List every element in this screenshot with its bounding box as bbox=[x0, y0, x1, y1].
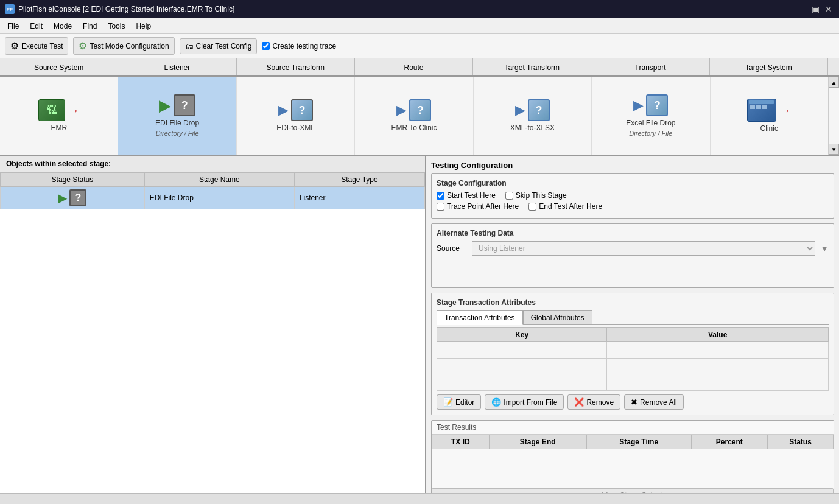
stage-listener[interactable]: ▶ ? EDI File Drop Directory / File bbox=[118, 77, 236, 155]
clear-test-config-button[interactable]: 🗂 Clear Test Config bbox=[180, 38, 258, 54]
tab-bar: Transaction Attributes Global Attributes bbox=[437, 310, 829, 325]
stage-emr-label: EMR bbox=[51, 124, 67, 132]
pipeline-col-target-transform: Target Transform bbox=[473, 58, 591, 75]
right-panel: Testing Configuration Stage Configuratio… bbox=[426, 156, 839, 493]
pipeline-col-route: Route bbox=[355, 58, 473, 75]
create-testing-trace-checkbox[interactable] bbox=[262, 42, 270, 50]
stage-source-transform-label: EDI-to-XML bbox=[276, 124, 315, 132]
menu-mode[interactable]: Mode bbox=[49, 20, 77, 32]
close-button[interactable]: ✕ bbox=[823, 4, 834, 15]
end-test-item: End Test After Here bbox=[528, 202, 602, 211]
col-stage-name: Stage Name bbox=[144, 173, 294, 187]
stage-transaction-attributes-section: Stage Transaction Attributes Transaction… bbox=[431, 293, 834, 415]
attr-col-key: Key bbox=[437, 328, 607, 342]
maximize-button[interactable]: ▣ bbox=[810, 4, 821, 15]
alternate-testing-data-title: Alternate Testing Data bbox=[437, 229, 829, 237]
test-results-table: TX ID Stage End Stage Time Percent Statu… bbox=[432, 435, 834, 486]
stage-route-label: EMR To Clinic bbox=[391, 124, 437, 132]
remove-icon: ❌ bbox=[574, 397, 584, 407]
menu-help[interactable]: Help bbox=[131, 20, 156, 32]
stage-source-transform[interactable]: ▶ ? EDI-to-XML bbox=[237, 77, 355, 155]
listener-question-box: ? bbox=[174, 94, 195, 116]
create-testing-trace-label[interactable]: Create testing trace bbox=[262, 42, 336, 51]
result-col-percent: Percent bbox=[691, 435, 767, 449]
pipeline-col-source-system: Source System bbox=[0, 58, 118, 75]
stage-transport-subtitle: Directory / File bbox=[629, 130, 672, 137]
window-controls: – ▣ ✕ bbox=[796, 4, 834, 15]
stage-transport-label: Excel File Drop bbox=[626, 119, 675, 127]
editor-icon: 📝 bbox=[443, 397, 453, 407]
pipeline-col-target-system: Target System bbox=[710, 58, 828, 75]
alternate-testing-data-section: Alternate Testing Data Source Using List… bbox=[431, 223, 834, 288]
stage-listener-subtitle: Directory / File bbox=[156, 130, 199, 137]
tab-global-attributes[interactable]: Global Attributes bbox=[523, 310, 592, 324]
result-col-stage-time: Stage Time bbox=[586, 435, 691, 449]
stage-clinic-label: Clinic bbox=[760, 124, 778, 133]
stage-transport[interactable]: ▶ ? Excel File Drop Directory / File bbox=[592, 77, 710, 155]
execute-test-label: Execute Test bbox=[21, 42, 63, 51]
attr-col-value: Value bbox=[607, 328, 829, 342]
pipeline-header: Source System Listener Source Transform … bbox=[0, 58, 839, 77]
menu-find[interactable]: Find bbox=[78, 20, 102, 32]
editor-label: Editor bbox=[455, 398, 474, 407]
stage-clinic[interactable]: → Clinic bbox=[711, 77, 828, 155]
remove-button[interactable]: ❌ Remove bbox=[567, 394, 620, 410]
row-stage-name: EDI File Drop bbox=[144, 187, 294, 209]
menu-tools[interactable]: Tools bbox=[103, 20, 130, 32]
result-col-stage-end: Stage End bbox=[489, 435, 586, 449]
stage-route[interactable]: ▶ ? EMR To Clinic bbox=[355, 77, 473, 155]
execute-test-button[interactable]: ⚙ Execute Test bbox=[5, 37, 68, 55]
menu-edit[interactable]: Edit bbox=[25, 20, 47, 32]
stage-emr[interactable]: 🏗 → EMR bbox=[0, 77, 118, 155]
action-buttons: 📝 Editor 🌐 Import From File ❌ Remove ✖ R… bbox=[437, 394, 829, 410]
skip-this-stage-label: Skip This Stage bbox=[516, 191, 567, 200]
clear-test-config-label: Clear Test Config bbox=[196, 42, 252, 51]
test-mode-config-label: Test Mode Configuration bbox=[90, 42, 169, 51]
stage-target-transform-label: XML-to-XLSX bbox=[510, 124, 555, 132]
import-from-file-button[interactable]: 🌐 Import From File bbox=[485, 394, 564, 410]
editor-button[interactable]: 📝 Editor bbox=[437, 394, 481, 410]
tab-transaction-attributes[interactable]: Transaction Attributes bbox=[437, 310, 523, 325]
end-test-checkbox[interactable] bbox=[528, 203, 536, 211]
attr-row-empty bbox=[437, 342, 829, 359]
scroll-down-button[interactable]: ▼ bbox=[829, 144, 839, 155]
minimize-button[interactable]: – bbox=[796, 4, 807, 15]
result-col-txid: TX ID bbox=[432, 435, 490, 449]
remove-all-icon: ✖ bbox=[631, 397, 637, 407]
end-test-label: End Test After Here bbox=[539, 202, 602, 211]
left-panel: Objects within selected stage: Stage Sta… bbox=[0, 156, 426, 493]
start-test-here-label: Start Test Here bbox=[447, 191, 496, 200]
stage-listener-label: EDI File Drop bbox=[155, 119, 199, 127]
menu-file[interactable]: File bbox=[2, 20, 24, 32]
trace-point-label: Trace Point After Here bbox=[447, 202, 519, 211]
trace-point-item: Trace Point After Here bbox=[437, 202, 519, 211]
col-stage-type: Stage Type bbox=[294, 173, 424, 187]
pipeline-scrollbar[interactable]: ▲ ▼ bbox=[828, 77, 839, 155]
source-label: Source bbox=[437, 244, 467, 253]
pipeline-col-source-transform: Source Transform bbox=[237, 58, 355, 75]
scroll-up-button[interactable]: ▲ bbox=[829, 77, 839, 88]
title-bar-text: PilotFish eiConsole [2 EDI Getting Start… bbox=[18, 5, 234, 13]
pipeline-col-transport: Transport bbox=[591, 58, 709, 75]
view-output-label: View Stage Output bbox=[602, 491, 663, 494]
start-test-here-checkbox[interactable] bbox=[437, 192, 444, 200]
source-select[interactable]: Using Listener bbox=[472, 241, 815, 256]
table-row[interactable]: ▶ ? EDI File Drop Listener bbox=[1, 187, 425, 209]
view-stage-output-button[interactable]: View Stage Output bbox=[432, 488, 834, 494]
test-mode-config-button[interactable]: ⚙ Test Mode Configuration bbox=[73, 37, 174, 55]
title-bar: PF PilotFish eiConsole [2 EDI Getting St… bbox=[0, 0, 839, 18]
remove-all-button[interactable]: ✖ Remove All bbox=[624, 394, 684, 410]
import-icon: 🌐 bbox=[491, 397, 501, 407]
objects-table: Stage Status Stage Name Stage Type ▶ ? E… bbox=[0, 172, 425, 209]
import-from-file-label: Import From File bbox=[504, 398, 557, 407]
test-results-title: Test Results bbox=[432, 421, 834, 435]
stage-target-transform[interactable]: ▶ ? XML-to-XLSX bbox=[474, 77, 592, 155]
source-dropdown-arrow[interactable]: ▼ bbox=[820, 243, 829, 253]
toolbar: ⚙ Execute Test ⚙ Test Mode Configuration… bbox=[0, 34, 839, 58]
row-stage-type: Listener bbox=[294, 187, 424, 209]
skip-this-stage-checkbox[interactable] bbox=[505, 192, 513, 200]
testing-config-title: Testing Configuration bbox=[431, 161, 834, 170]
start-test-here-item: Start Test Here bbox=[437, 191, 496, 200]
trace-point-checkbox[interactable] bbox=[437, 203, 444, 211]
remove-label: Remove bbox=[586, 398, 614, 407]
